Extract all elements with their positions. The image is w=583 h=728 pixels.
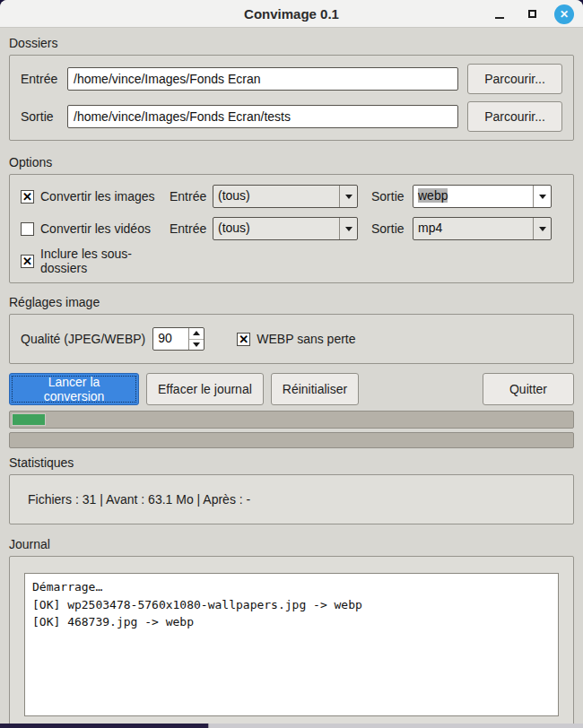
entree-dir-label: Entrée: [21, 72, 67, 86]
parcourir-entree-button[interactable]: Parcourir...: [467, 64, 562, 94]
entree-dir-row: Entrée Parcourir...: [21, 64, 562, 94]
sortie-dir-input[interactable]: [67, 105, 458, 128]
actions-row: Lancer la conversion Effacer le journal …: [9, 373, 574, 405]
chevron-down-icon[interactable]: [339, 186, 357, 207]
journal-frame: Démarrage… [OK] wp2503478-5760x1080-wall…: [9, 556, 574, 724]
convert-videos-checkbox-group[interactable]: Convertir les vidéos: [21, 221, 170, 236]
stats-frame: Fichiers : 31 | Avant : 63.1 Mo | Après …: [9, 474, 574, 524]
chevron-down-icon[interactable]: [533, 218, 551, 239]
videos-entree-label: Entrée: [170, 221, 211, 236]
entree-dir-input[interactable]: [67, 67, 458, 91]
quit-button[interactable]: Quitter: [483, 373, 574, 405]
images-entree-label: Entrée: [170, 189, 211, 204]
log-line: [OK] 468739.jpg -> webp: [32, 613, 551, 631]
images-sortie-label: Sortie: [371, 189, 411, 204]
spin-down-button[interactable]: [189, 340, 204, 351]
options-frame: Convertir les images Entrée (tous) Sorti…: [9, 174, 574, 283]
include-subfolders-checkbox-group[interactable]: Inclure les sous-dossiers: [21, 247, 170, 275]
convert-images-checkbox[interactable]: [21, 190, 34, 204]
stats-section-label: Statistiques: [9, 455, 574, 472]
convert-images-row: Convertir les images Entrée (tous) Sorti…: [21, 185, 562, 208]
convert-videos-row: Convertir les vidéos Entrée (tous) Sorti…: [21, 217, 562, 240]
minimize-icon: [495, 17, 504, 19]
images-output-format-value: webp: [413, 186, 533, 207]
total-progressbar: [9, 432, 574, 448]
clear-log-button[interactable]: Effacer le journal: [146, 373, 264, 405]
dossiers-section-label: Dossiers: [9, 36, 574, 52]
webp-lossless-checkbox[interactable]: [237, 333, 250, 346]
file-progress-fill: [12, 413, 46, 426]
videos-input-format-combo[interactable]: (tous): [213, 217, 358, 240]
close-button[interactable]: ✕: [554, 4, 574, 24]
chevron-down-icon[interactable]: [339, 218, 357, 239]
spin-buttons: [188, 328, 204, 350]
dossiers-frame: Entrée Parcourir... Sortie Parcourir...: [9, 55, 574, 141]
main-content: Dossiers Entrée Parcourir... Sortie Parc…: [0, 28, 583, 724]
images-output-format-combo[interactable]: webp: [413, 185, 552, 208]
selected-text: webp: [418, 188, 448, 203]
convert-videos-label: Convertir les vidéos: [40, 221, 151, 236]
screen: Convimage 0.1 ✕ Dossiers Entrée Parcouri…: [0, 0, 583, 728]
videos-input-format-value: (tous): [213, 218, 339, 239]
taskbar-fragment-dark: [0, 724, 208, 728]
spin-up-button[interactable]: [189, 328, 204, 340]
chevron-down-icon[interactable]: [533, 186, 551, 207]
images-input-format-value: (tous): [213, 186, 339, 207]
taskbar-fragment-light: [208, 724, 583, 728]
spin-up-icon: [193, 331, 200, 335]
videos-output-format-combo[interactable]: mp4: [413, 217, 552, 240]
stats-text: Fichiers : 31 | Avant : 63.1 Mo | Après …: [28, 492, 250, 507]
reglages-section-label: Réglages image: [9, 295, 574, 311]
titlebar[interactable]: Convimage 0.1 ✕: [0, 0, 583, 28]
convert-images-label: Convertir les images: [40, 189, 155, 204]
webp-lossless-label: WEBP sans perte: [257, 332, 355, 346]
quality-value: 90: [153, 328, 188, 350]
reglages-frame: Qualité (JPEG/WEBP) 90 WEBP sans perte: [9, 314, 574, 364]
spin-down-icon: [193, 342, 200, 347]
window-controls: ✕: [490, 0, 574, 28]
journal-section-label: Journal: [9, 537, 574, 553]
images-input-format-combo[interactable]: (tous): [213, 185, 358, 208]
close-icon: ✕: [560, 9, 569, 20]
options-section-label: Options: [9, 155, 574, 171]
include-subfolders-row: Inclure les sous-dossiers: [21, 249, 562, 273]
quality-row: Qualité (JPEG/WEBP) 90 WEBP sans perte: [21, 326, 562, 351]
start-conversion-button[interactable]: Lancer la conversion: [9, 373, 139, 405]
minimize-button[interactable]: [490, 4, 509, 24]
reset-button[interactable]: Réinitialiser: [271, 373, 359, 405]
sortie-dir-row: Sortie Parcourir...: [21, 101, 562, 132]
file-progressbar: [9, 411, 574, 429]
log-line: Démarrage…: [32, 578, 551, 596]
quality-label: Qualité (JPEG/WEBP): [21, 332, 145, 346]
app-window: Convimage 0.1 ✕ Dossiers Entrée Parcouri…: [0, 0, 583, 724]
convert-videos-checkbox[interactable]: [21, 222, 34, 236]
maximize-button[interactable]: [522, 4, 542, 24]
parcourir-sortie-button[interactable]: Parcourir...: [467, 101, 562, 132]
sortie-dir-label: Sortie: [21, 109, 67, 124]
quality-spinbox[interactable]: 90: [152, 327, 204, 351]
journal-textarea[interactable]: Démarrage… [OK] wp2503478-5760x1080-wall…: [24, 573, 559, 716]
log-line: [OK] wp2503478-5760x1080-wallpapers.jpg …: [32, 596, 551, 614]
convert-images-checkbox-group[interactable]: Convertir les images: [21, 189, 170, 204]
videos-output-format-value: mp4: [413, 218, 533, 239]
include-subfolders-label: Inclure les sous-dossiers: [40, 247, 170, 275]
webp-lossless-checkbox-group[interactable]: WEBP sans perte: [237, 332, 355, 346]
videos-sortie-label: Sortie: [371, 221, 411, 236]
include-subfolders-checkbox[interactable]: [21, 255, 34, 268]
desktop-strip: [0, 724, 583, 728]
maximize-icon: [528, 10, 536, 18]
